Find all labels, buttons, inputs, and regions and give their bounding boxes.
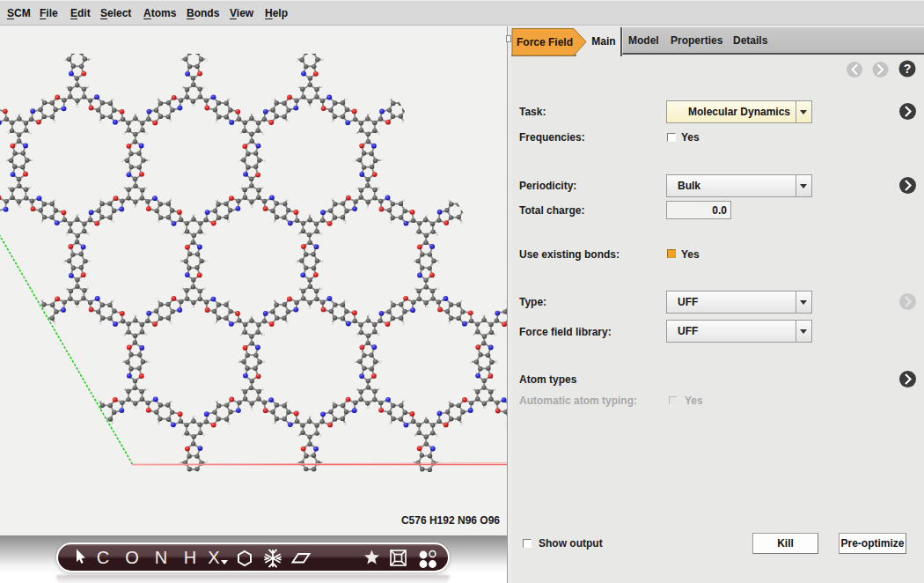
svg-text:O: O	[125, 548, 139, 567]
svg-text:?: ?	[904, 62, 912, 76]
svg-text:N: N	[155, 548, 167, 567]
svg-text:X: X	[208, 548, 219, 567]
svg-text:H: H	[184, 548, 196, 567]
svg-text:C: C	[97, 548, 109, 567]
